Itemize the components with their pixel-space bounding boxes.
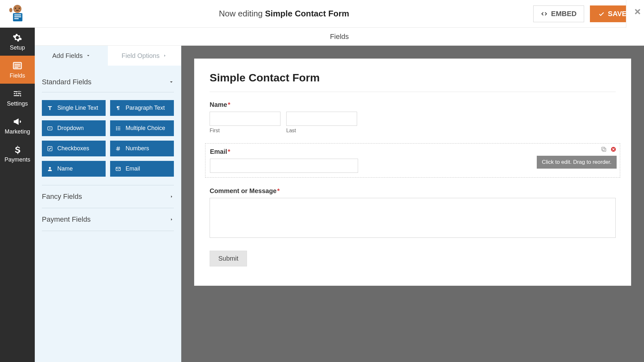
nav-payments[interactable]: Payments	[0, 140, 35, 168]
submit-button[interactable]: Submit	[210, 251, 247, 266]
svg-rect-15	[118, 126, 120, 127]
field-email-block[interactable]: Click to edit. Drag to reorder. Email*	[205, 143, 620, 178]
close-icon	[632, 7, 643, 18]
svg-rect-10	[14, 64, 20, 65]
panel-tabs: Add Fields Field Options	[35, 46, 181, 66]
editing-prefix: Now editing	[219, 9, 263, 18]
form-preview: Simple Contact Form Name* First Last	[194, 59, 631, 286]
envelope-icon	[115, 166, 121, 172]
accordion-fancy-fields[interactable]: Fancy Fields	[42, 185, 174, 208]
chevron-down-icon	[86, 53, 90, 58]
svg-point-1	[15, 7, 16, 9]
last-name-input[interactable]	[286, 112, 357, 126]
duplicate-icon	[601, 146, 607, 153]
svg-point-2	[19, 7, 20, 9]
message-textarea[interactable]	[210, 198, 616, 238]
form-name: Simple Contact Form	[265, 9, 349, 18]
close-button[interactable]	[630, 7, 644, 21]
gear-icon	[13, 33, 22, 42]
checkbox-icon	[47, 146, 53, 152]
svg-point-16	[116, 128, 117, 129]
wpforms-logo-icon	[7, 4, 27, 24]
bullhorn-icon	[13, 117, 22, 126]
svg-rect-5	[14, 14, 21, 15]
top-bar: Now editing Simple Contact Form EMBED SA…	[0, 0, 644, 28]
nav-settings[interactable]: Settings	[0, 84, 35, 112]
tab-field-options[interactable]: Field Options	[108, 46, 181, 66]
field-numbers[interactable]: Numbers	[110, 141, 174, 156]
accordion-standard-fields[interactable]: Standard Fields	[42, 73, 174, 92]
dollar-icon	[13, 145, 22, 154]
field-actions	[601, 146, 617, 154]
email-input[interactable]	[210, 159, 358, 173]
form-canvas[interactable]: Simple Contact Form Name* First Last	[181, 46, 644, 362]
field-message-block[interactable]: Comment or Message*	[210, 187, 616, 239]
svg-rect-23	[603, 148, 606, 152]
chevron-down-icon	[169, 79, 174, 85]
svg-rect-17	[118, 128, 120, 129]
delete-icon	[610, 146, 617, 153]
check-icon	[598, 11, 605, 17]
email-label: Email*	[210, 148, 615, 155]
field-email[interactable]: Email	[110, 161, 174, 177]
required-asterisk: *	[228, 101, 230, 108]
svg-rect-7	[14, 18, 19, 19]
svg-rect-12	[14, 67, 18, 68]
fields-panel: Add Fields Field Options Standard Fields…	[35, 46, 181, 362]
standard-fields-grid: Single Line Text Paragraph Text Dropdown…	[42, 92, 174, 185]
field-dropdown[interactable]: Dropdown	[42, 120, 106, 136]
text-icon	[47, 105, 53, 111]
first-name-input[interactable]	[210, 112, 280, 126]
tab-add-fields[interactable]: Add Fields	[35, 46, 108, 66]
accordion-payment-fields[interactable]: Payment Fields	[42, 208, 174, 231]
form-icon	[13, 61, 22, 70]
svg-rect-11	[14, 66, 20, 66]
svg-point-0	[13, 5, 21, 13]
last-sublabel: Last	[286, 128, 357, 134]
nav-fields[interactable]: Fields	[0, 56, 35, 84]
paragraph-icon	[115, 105, 121, 111]
svg-point-3	[9, 8, 13, 12]
nav-marketing[interactable]: Marketing	[0, 112, 35, 140]
left-nav: Setup Fields Settings Marketing Payments	[0, 28, 35, 362]
svg-rect-19	[118, 129, 120, 130]
code-icon	[541, 10, 548, 17]
embed-button[interactable]: EMBED	[533, 5, 584, 22]
chevron-right-icon	[163, 53, 167, 58]
required-asterisk: *	[228, 148, 230, 155]
first-sublabel: First	[210, 128, 280, 134]
svg-point-21	[49, 167, 51, 169]
chevron-right-icon	[169, 194, 174, 199]
field-tooltip: Click to edit. Drag to reorder.	[537, 156, 617, 169]
app-logo	[0, 0, 35, 27]
list-icon	[115, 125, 121, 131]
sliders-icon	[13, 89, 22, 98]
dropdown-icon	[47, 125, 53, 131]
field-paragraph-text[interactable]: Paragraph Text	[110, 100, 174, 116]
page-title: Now editing Simple Contact Form	[35, 9, 533, 19]
svg-point-18	[116, 129, 117, 130]
field-name[interactable]: Name	[42, 161, 106, 177]
message-label: Comment or Message*	[210, 187, 616, 195]
duplicate-field-button[interactable]	[601, 146, 607, 154]
required-asterisk: *	[277, 187, 280, 194]
svg-point-14	[116, 126, 117, 127]
hash-icon	[115, 146, 121, 152]
chevron-right-icon	[169, 217, 174, 222]
delete-field-button[interactable]	[610, 146, 617, 154]
field-multiple-choice[interactable]: Multiple Choice	[110, 120, 174, 136]
svg-rect-6	[14, 16, 21, 17]
nav-setup[interactable]: Setup	[0, 28, 35, 56]
field-single-line-text[interactable]: Single Line Text	[42, 100, 106, 116]
section-header: Fields	[35, 28, 644, 46]
svg-rect-24	[601, 147, 605, 150]
name-label: Name*	[210, 101, 616, 108]
user-icon	[47, 166, 53, 172]
form-title: Simple Contact Form	[210, 71, 616, 92]
field-name-block[interactable]: Name* First Last	[210, 101, 616, 134]
field-checkboxes[interactable]: Checkboxes	[42, 141, 106, 156]
